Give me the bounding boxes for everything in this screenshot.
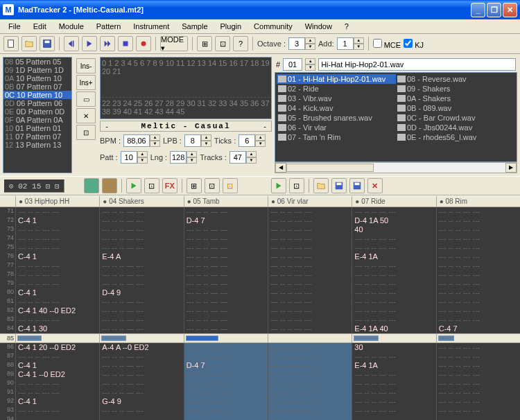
octave-spinner[interactable]: ▲▼ <box>288 37 315 50</box>
instrument-item[interactable]: 01 - Hi-Hat Hip-Hop2-01.wav <box>277 74 396 84</box>
play2-button[interactable] <box>271 178 286 193</box>
track-column[interactable]: --- -- -- --- ------ -- -- --- ------ --… <box>436 343 520 420</box>
track-column[interactable]: --- -- -- --- ---D-4 7--- -- -- --- ----… <box>184 207 268 333</box>
menu-window[interactable]: Window <box>300 21 338 32</box>
track-column[interactable]: --- -- -- --- ------ -- -- --- ------ --… <box>268 207 352 333</box>
tracker-grid-bottom[interactable]: 868788899091929394959697 C-4 1 20 --0 ED… <box>0 343 520 420</box>
song-next-button[interactable]: - <box>259 122 270 130</box>
saveas-button[interactable] <box>349 178 365 193</box>
menu-edit[interactable]: Edit <box>28 21 52 32</box>
octave-input[interactable] <box>288 37 305 50</box>
pattern-row[interactable]: 0F 0A Pattern 0A <box>3 116 71 124</box>
mce-checkbox[interactable]: MCE <box>373 39 401 49</box>
stop-button[interactable] <box>118 36 133 51</box>
inst-num-input[interactable] <box>283 58 302 71</box>
edit-tool-a[interactable]: ⊡ <box>144 178 159 193</box>
menu-?[interactable]: ? <box>339 21 354 32</box>
help-button[interactable]: ? <box>233 36 248 51</box>
octave-up[interactable]: ▲ <box>305 37 315 44</box>
instrument-item[interactable]: 0E - rhodes56_l.wav <box>396 132 515 142</box>
track-column[interactable]: --- -- -- --- ------ -- -- --- ------ --… <box>99 207 183 333</box>
tool-1-button[interactable]: ⊞ <box>197 36 212 51</box>
edit-tool-e[interactable]: ⊡ <box>289 178 304 193</box>
instrument-item[interactable]: 03 - Vibr.wav <box>277 94 396 103</box>
pattern-row[interactable]: 09 1D Pattern 1D <box>3 66 71 74</box>
delete-button[interactable]: ✕ <box>76 108 96 123</box>
doc-button[interactable]: ▭ <box>76 91 96 107</box>
song-prev-button[interactable]: - <box>101 122 112 130</box>
instrument-item[interactable]: 0B - 089.wav <box>396 103 515 113</box>
track-column[interactable]: 30--- -- -- --- ---E-4 1A--- -- -- --- -… <box>352 343 435 420</box>
play-pattern-button[interactable] <box>100 36 115 51</box>
pattern-row[interactable]: 10 01 Pattern 01 <box>3 124 71 132</box>
track-column[interactable]: A-4 A --0 ED2--- -- -- --- ------ -- -- … <box>99 343 183 420</box>
inst-name-input[interactable] <box>318 58 516 71</box>
ticks-input[interactable] <box>239 134 255 147</box>
menu-module[interactable]: Module <box>53 21 89 32</box>
menu-plugin[interactable]: Plugin <box>215 21 248 32</box>
rewind-button[interactable] <box>64 36 79 51</box>
pattern-row[interactable]: 08 05 Pattern 05 <box>3 58 71 66</box>
maximize-button[interactable]: ❐ <box>487 3 501 17</box>
track-header[interactable]: ● 03 HipHop HH <box>15 196 99 207</box>
cursor-row[interactable]: 85 <box>0 333 520 343</box>
play-sel-button[interactable] <box>126 178 141 193</box>
instrument-item[interactable]: 0A - Shakers <box>396 94 515 103</box>
track-column[interactable]: --- -- -- --- ------ -- -- --- ------ --… <box>436 207 520 333</box>
bpm-input[interactable] <box>123 134 150 147</box>
track-column[interactable]: --- -- -- --- ---D-4 1A 50 40--- -- -- -… <box>352 207 435 333</box>
instrument-item[interactable]: 0C - Bar Crowd.wav <box>396 113 515 123</box>
instrument-list[interactable]: 01 - Hi-Hat Hip-Hop2-01.wav02 - Ride03 -… <box>275 72 517 162</box>
instrument-item[interactable]: 0D - Jbs00244.wav <box>396 123 515 132</box>
clear-button[interactable]: ✕ <box>367 178 383 193</box>
new-button[interactable] <box>3 36 19 51</box>
track-header[interactable]: ● 08 Rim <box>436 196 520 207</box>
lpb-input[interactable] <box>184 134 201 147</box>
pattern-row[interactable]: 12 13 Pattern 13 <box>3 141 71 149</box>
tracker-grid-top[interactable]: 7172737475767778798081828384 --- -- -- -… <box>0 207 520 333</box>
save2-button[interactable] <box>331 178 347 193</box>
add-down[interactable]: ▼ <box>354 44 364 50</box>
track-header[interactable]: ● 04 Shakers <box>99 196 183 207</box>
track-column[interactable]: --- -- -- --- ---C-4 1--- -- -- --- ----… <box>15 207 99 333</box>
pattern-row[interactable]: 0E 0D Pattern 0D <box>3 107 71 116</box>
pattern-row[interactable]: 0B 07 Pattern 07 <box>3 82 71 91</box>
edit-tool-b[interactable]: ⊞ <box>187 178 202 193</box>
tracks-input[interactable] <box>229 151 246 164</box>
tool-2-button[interactable]: ⊡ <box>215 36 230 51</box>
edit-tool-d[interactable]: ⊡ <box>223 178 238 193</box>
open2-button[interactable] <box>313 178 329 193</box>
play-button[interactable] <box>82 36 97 51</box>
add-input[interactable] <box>337 37 354 50</box>
menu-instrument[interactable]: Instrument <box>128 21 175 32</box>
instrument-item[interactable]: 02 - Ride <box>277 84 396 94</box>
kj-checkbox[interactable]: KJ <box>404 39 424 49</box>
edit-btn-2[interactable] <box>102 178 117 193</box>
octave-down[interactable]: ▼ <box>305 44 315 50</box>
mode-button[interactable]: MODE ▾ <box>160 36 188 51</box>
track-column[interactable]: C-4 1 20 --0 ED2--- -- -- --- ---C-4 1C-… <box>15 343 99 420</box>
menu-file[interactable]: File <box>3 21 26 32</box>
menu-sample[interactable]: Sample <box>176 21 213 32</box>
close-button[interactable]: ✕ <box>503 3 517 17</box>
pattern-row[interactable]: 11 07 Pattern 07 <box>3 132 71 141</box>
instrument-item[interactable]: 06 - Vir vlar <box>277 123 396 132</box>
fx-button[interactable]: FX <box>162 178 177 193</box>
minimize-button[interactable]: _ <box>471 3 485 17</box>
pattern-row[interactable]: 0D 06 Pattern 06 <box>3 99 71 107</box>
track-header[interactable]: ● 07 Ride <box>352 196 435 207</box>
instrument-item[interactable]: 07 - Tam 'n Rim <box>277 132 396 142</box>
extra-button[interactable]: ⊡ <box>76 125 96 140</box>
edit-tool-c[interactable]: ⊡ <box>205 178 220 193</box>
add-up[interactable]: ▲ <box>354 37 364 44</box>
instrument-item[interactable]: 05 - Brushed snares.wav <box>277 113 396 123</box>
pattern-row[interactable]: 0A 10 Pattern 10 <box>3 74 71 82</box>
inst-scrollbar[interactable]: ◀ ▶ <box>275 162 517 173</box>
instrument-item[interactable]: 08 - Reverse.wav <box>396 74 515 84</box>
instrument-item[interactable]: 09 - Shakers <box>396 84 515 94</box>
pattern-list[interactable]: 08 05 Pattern 0509 1D Pattern 1D0A 10 Pa… <box>3 57 72 173</box>
pattern-row[interactable]: 0C 10 Pattern 10 <box>3 91 71 99</box>
scroll-right-button[interactable]: ▶ <box>505 163 517 173</box>
scroll-left-button[interactable]: ◀ <box>275 163 286 173</box>
menu-pattern[interactable]: Pattern <box>91 21 126 32</box>
